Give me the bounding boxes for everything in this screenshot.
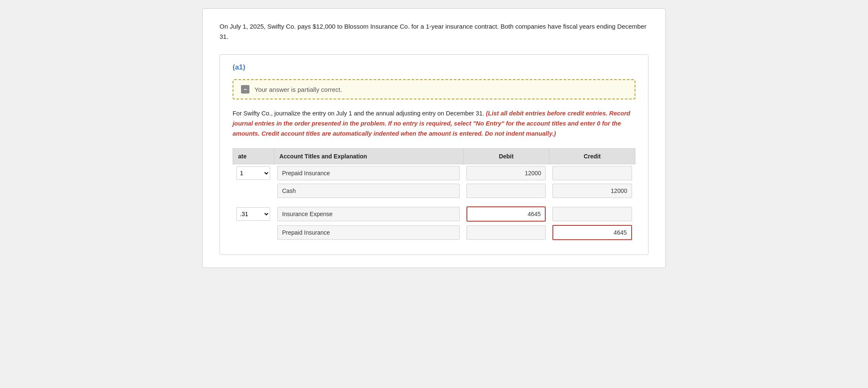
account-input-1[interactable] <box>277 166 460 180</box>
header-debit: Debit <box>463 148 549 164</box>
account-cell-1[interactable] <box>274 164 463 182</box>
debit-cell-4[interactable] <box>463 223 549 242</box>
date-cell-1[interactable]: 1 <box>233 164 274 182</box>
header-account: Account Titles and Explanation <box>274 148 463 164</box>
credit-cell-4[interactable] <box>549 223 635 242</box>
partial-correct-message: Your answer is partially correct. <box>255 86 342 93</box>
table-row: .31 <box>233 205 635 223</box>
instruction-prefix: For Swifty Co., journalize the entry on … <box>233 110 484 117</box>
section-label: (a1) <box>233 63 635 72</box>
table-row <box>233 182 635 200</box>
account-cell-2[interactable] <box>274 182 463 200</box>
debit-input-3[interactable] <box>466 206 546 222</box>
table-header-row: ate Account Titles and Explanation Debit… <box>233 148 635 164</box>
header-credit: Credit <box>549 148 635 164</box>
account-cell-4[interactable] <box>274 223 463 242</box>
journal-table: ate Account Titles and Explanation Debit… <box>233 148 635 242</box>
credit-cell-2[interactable] <box>549 182 635 200</box>
table-row <box>233 223 635 242</box>
outer-card: On July 1, 2025, Swifty Co. pays $12,000… <box>202 8 666 268</box>
debit-input-1[interactable] <box>466 166 546 180</box>
account-input-2[interactable] <box>277 184 460 198</box>
date-cell-4 <box>233 223 274 242</box>
minus-icon: − <box>241 85 249 94</box>
problem-text: On July 1, 2025, Swifty Co. pays $12,000… <box>220 21 648 42</box>
instruction-text: For Swifty Co., journalize the entry on … <box>233 109 635 139</box>
debit-cell-2[interactable] <box>463 182 549 200</box>
header-date: ate <box>233 148 274 164</box>
debit-cell-1[interactable] <box>463 164 549 182</box>
date-select-3[interactable]: .31 <box>236 207 270 221</box>
account-input-3[interactable] <box>277 207 460 221</box>
credit-cell-1[interactable] <box>549 164 635 182</box>
section-card: (a1) − Your answer is partially correct.… <box>220 54 648 255</box>
spacer-row <box>233 200 635 205</box>
table-row: 1 <box>233 164 635 182</box>
debit-cell-3[interactable] <box>463 205 549 223</box>
partial-correct-box: − Your answer is partially correct. <box>233 79 635 99</box>
credit-input-1[interactable] <box>552 166 632 180</box>
debit-input-2[interactable] <box>466 184 546 198</box>
date-cell-2 <box>233 182 274 200</box>
date-cell-3[interactable]: .31 <box>233 205 274 223</box>
account-input-4[interactable] <box>277 225 460 240</box>
date-select-1[interactable]: 1 <box>236 166 270 180</box>
credit-input-2[interactable] <box>552 184 632 198</box>
credit-input-4[interactable] <box>552 225 632 240</box>
credit-cell-3[interactable] <box>549 205 635 223</box>
debit-input-4[interactable] <box>466 225 546 240</box>
account-cell-3[interactable] <box>274 205 463 223</box>
credit-input-3[interactable] <box>552 207 632 221</box>
